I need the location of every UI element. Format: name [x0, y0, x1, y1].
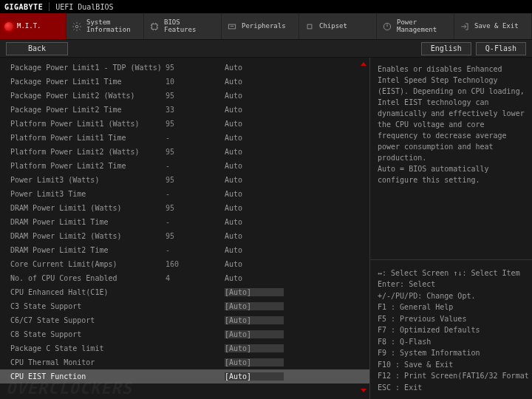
setting-row[interactable]: CPU Enhanced Halt(C1E)[Auto]	[0, 285, 369, 299]
setting-mode: Auto	[225, 190, 284, 198]
nav-chipset[interactable]: Chipset	[299, 13, 377, 39]
setting-row[interactable]: C3 State Support[Auto]	[0, 299, 369, 313]
nav-system-information[interactable]: System Information	[66, 13, 144, 39]
setting-value: -	[166, 218, 225, 226]
setting-label: Power Limit3 Time	[10, 190, 166, 198]
title-bar: GIGABYTE UEFI DualBIOS	[0, 0, 532, 13]
setting-mode: Auto	[225, 204, 284, 212]
setting-mode: Auto	[225, 162, 284, 170]
setting-mode: Auto	[225, 232, 284, 240]
qflash-button[interactable]: Q-Flash	[476, 42, 526, 55]
setting-mode: Auto	[225, 218, 284, 226]
setting-label: Package C State limit	[10, 344, 166, 352]
setting-row[interactable]: No. of CPU Cores Enabled4Auto	[0, 271, 369, 285]
setting-mode: [Auto]	[225, 330, 284, 338]
help-panel: Enables or disables Enhanced Intel Speed…	[369, 58, 532, 399]
setting-value: 95	[166, 148, 225, 156]
setting-row[interactable]: DRAM Power Limit1 Time-Auto	[0, 215, 369, 229]
chip-icon	[149, 21, 160, 33]
nav-sysinfo-label: System Information	[86, 19, 131, 34]
setting-label: Core Current Limit(Amps)	[10, 260, 166, 268]
setting-row[interactable]: Power Limit3 (Watts)95Auto	[0, 173, 369, 187]
setting-value: 10	[166, 78, 225, 86]
key-hint: F8 : Q-Flash	[378, 336, 525, 348]
setting-row[interactable]: Platform Power Limit2 Time-Auto	[0, 159, 369, 173]
setting-value: 95	[166, 92, 225, 100]
brand-label: GIGABYTE	[4, 3, 43, 11]
nav-save-exit[interactable]: Save & Exit	[454, 13, 532, 39]
setting-row[interactable]: Package C State limit[Auto]	[0, 341, 369, 355]
key-hint: F9 : System Information	[378, 347, 525, 359]
setting-row[interactable]: Package Power Limit2 Time33Auto	[0, 103, 369, 117]
setting-row[interactable]: Platform Power Limit1 (Watts)95Auto	[0, 117, 369, 131]
separator	[49, 2, 50, 11]
setting-row[interactable]: Platform Power Limit2 (Watts)95Auto	[0, 145, 369, 159]
scroll-down-icon[interactable]	[361, 389, 366, 395]
nav-bios-features[interactable]: BIOS Features	[144, 13, 222, 39]
scroll-up-icon[interactable]	[361, 62, 366, 68]
key-hint: F7 : Optimized Defaults	[378, 324, 525, 336]
setting-mode: Auto	[225, 64, 284, 72]
key-hint: F5 : Previous Values	[378, 313, 525, 325]
setting-label: Platform Power Limit1 (Watts)	[10, 120, 166, 128]
setting-mode: [Auto]	[225, 344, 284, 352]
setting-value: 4	[166, 274, 225, 282]
setting-row[interactable]: Package Power Limit1 - TDP (Watts)95Auto	[0, 61, 369, 75]
settings-list: Package Power Limit1 - TDP (Watts)95Auto…	[0, 58, 369, 386]
exit-icon	[459, 21, 471, 33]
nav-power-management[interactable]: Power Management	[377, 13, 454, 39]
key-hint: +/-/PU/PD: Change Opt.	[378, 290, 525, 302]
back-button[interactable]: Back	[6, 42, 68, 55]
setting-row[interactable]: DRAM Power Limit2 (Watts)95Auto	[0, 229, 369, 243]
setting-mode: Auto	[225, 260, 284, 268]
setting-value: 33	[166, 106, 225, 114]
setting-row[interactable]: Package Power Limit2 (Watts)95Auto	[0, 89, 369, 103]
setting-row[interactable]: DRAM Power Limit2 Time-Auto	[0, 243, 369, 257]
setting-row[interactable]: C6/C7 State Support[Auto]	[0, 313, 369, 327]
setting-row[interactable]: Platform Power Limit1 Time-Auto	[0, 131, 369, 145]
setting-label: Platform Power Limit2 (Watts)	[10, 148, 166, 156]
key-hints: ↔: Select Screen ↑↓: Select Item Enter: …	[370, 265, 532, 400]
setting-value: 95	[166, 120, 225, 128]
setting-label: DRAM Power Limit2 (Watts)	[10, 232, 166, 240]
setting-value: 95	[166, 176, 225, 184]
setting-row[interactable]: C8 State Support[Auto]	[0, 327, 369, 341]
setting-value: -	[166, 246, 225, 254]
setting-mode: Auto	[225, 106, 284, 114]
key-hint: ↔: Select Screen ↑↓: Select Item	[378, 267, 525, 279]
nav-mit[interactable]: M.I.T.	[0, 13, 66, 39]
setting-label: CPU Thermal Monitor	[10, 358, 166, 366]
language-label: English	[431, 44, 462, 52]
peripherals-icon	[226, 21, 238, 33]
setting-row[interactable]: Package Power Limit1 Time10Auto	[0, 75, 369, 89]
setting-value: -	[166, 190, 225, 198]
qflash-label: Q-Flash	[485, 44, 516, 52]
main-nav: M.I.T. System Information BIOS Features …	[0, 13, 532, 40]
setting-mode: [Auto]	[225, 316, 284, 324]
setting-value: 95	[166, 64, 225, 72]
nav-power-label: Power Management	[397, 19, 437, 34]
setting-row[interactable]: CPU Thermal Monitor[Auto]	[0, 355, 369, 369]
key-hint: F10 : Save & Exit	[378, 359, 525, 371]
setting-label: DRAM Power Limit2 Time	[10, 246, 166, 254]
setting-label: C8 State Support	[10, 330, 166, 338]
setting-label: Package Power Limit2 (Watts)	[10, 92, 166, 100]
nav-peripherals[interactable]: Peripherals	[222, 13, 299, 39]
language-button[interactable]: English	[421, 42, 471, 55]
setting-row[interactable]: CPU EIST Function[Auto]	[0, 369, 369, 383]
setting-row[interactable]: Power Limit3 Time-Auto	[0, 187, 369, 201]
setting-label: CPU Enhanced Halt(C1E)	[10, 288, 166, 296]
setting-label: DRAM Power Limit1 (Watts)	[10, 204, 166, 212]
back-label: Back	[28, 44, 46, 52]
setting-label: C3 State Support	[10, 302, 166, 310]
setting-mode: [Auto]	[225, 358, 284, 366]
chipset-icon	[304, 21, 316, 33]
sub-toolbar: Back English Q-Flash	[0, 40, 532, 58]
setting-label: Package Power Limit1 Time	[10, 78, 166, 86]
setting-row[interactable]: Core Current Limit(Amps)160Auto	[0, 257, 369, 271]
nav-saveexit-label: Save & Exit	[474, 23, 519, 30]
setting-row[interactable]: DRAM Power Limit1 (Watts)95Auto	[0, 201, 369, 215]
setting-mode: Auto	[225, 134, 284, 142]
setting-mode: Auto	[225, 148, 284, 156]
key-hint: F12 : Print Screen(FAT16/32 Format Only)	[378, 370, 525, 382]
